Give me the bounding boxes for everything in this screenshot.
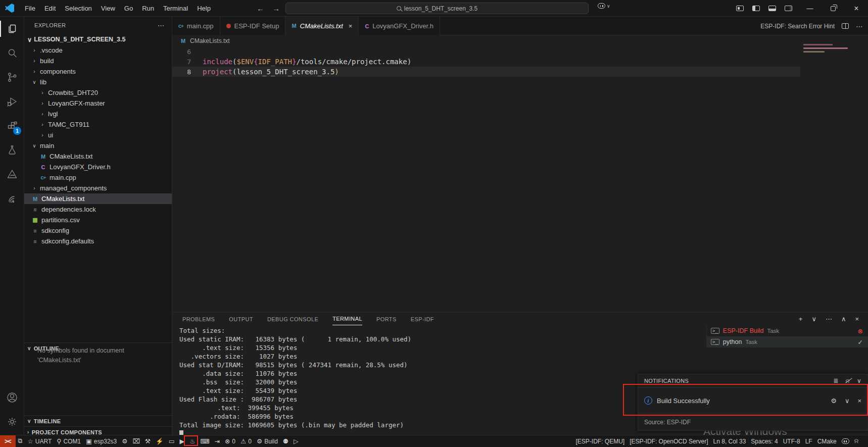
- notification-settings-icon[interactable]: ⚙: [831, 397, 837, 405]
- toggle-primary-sidebar-icon[interactable]: [752, 6, 760, 11]
- eol[interactable]: LF: [803, 435, 815, 447]
- menu-view[interactable]: View: [97, 0, 120, 17]
- more-actions-icon[interactable]: ⋯: [826, 315, 832, 323]
- extensions-icon[interactable]: 1: [0, 114, 24, 138]
- sdk-configuration[interactable]: ⚙: [119, 435, 130, 447]
- tree-item-sdkconfig[interactable]: ≡sdkconfig: [24, 225, 172, 236]
- run-idf[interactable]: ⇥: [212, 435, 222, 447]
- close-panel-icon[interactable]: ×: [855, 315, 859, 323]
- tree-item-tamc-gt911[interactable]: ›TAMC_GT911: [24, 119, 172, 130]
- tree-item-main-cpp[interactable]: C+main.cpp: [24, 172, 172, 183]
- new-terminal-icon[interactable]: +: [799, 315, 803, 323]
- tree-item-cmakelists-txt[interactable]: MCMakeLists.txt: [24, 193, 172, 204]
- tree-item-build[interactable]: ›build: [24, 56, 172, 66]
- panel-tab-ports[interactable]: PORTS: [376, 313, 397, 325]
- copilot-menu[interactable]: ∨: [598, 3, 610, 9]
- tree-item-lovyangfx-driver-h[interactable]: CLovyanGFX_Driver.h: [24, 162, 172, 172]
- clear-all-icon[interactable]: ≣: [833, 377, 838, 384]
- device-target[interactable]: ▣esp32s3: [83, 435, 119, 447]
- menu-run[interactable]: Run: [137, 0, 159, 17]
- tab-cmakelists-txt[interactable]: MCMakeLists.txt×: [285, 17, 359, 35]
- split-editor-icon[interactable]: [842, 23, 849, 29]
- source-control-icon[interactable]: [0, 65, 24, 89]
- panel-tab-terminal[interactable]: TERMINAL: [332, 313, 362, 325]
- menu-file[interactable]: File: [20, 0, 40, 17]
- timeline-section-header[interactable]: ∨ TIMELINE: [24, 415, 172, 426]
- debug-launch[interactable]: ⚉: [280, 435, 291, 447]
- editor-more-actions-icon[interactable]: ⋯: [856, 22, 863, 30]
- customize-layout-icon[interactable]: [736, 6, 744, 11]
- toggle-panel-icon[interactable]: [768, 6, 776, 11]
- do-not-disturb-icon[interactable]: ⍾: [846, 377, 850, 384]
- menu-help[interactable]: Help: [192, 0, 215, 17]
- testing-icon[interactable]: [0, 138, 24, 162]
- monitor-device[interactable]: ▭: [166, 435, 177, 447]
- copilot[interactable]: [839, 435, 852, 447]
- tree-item-sdkconfig-defaults[interactable]: ≡sdkconfig.defaults: [24, 236, 172, 246]
- encoding[interactable]: UTF-8: [781, 435, 803, 447]
- tree-item-crowbits-dht20[interactable]: ›Crowbits_DHT20: [24, 87, 172, 98]
- project-components-section-header[interactable]: › PROJECT COMPONENTS: [24, 426, 172, 435]
- tree-item-cmakelists-txt[interactable]: MCMakeLists.txt: [24, 151, 172, 162]
- run-and-debug-icon[interactable]: [0, 89, 24, 114]
- panel-tab-problems[interactable]: PROBLEMS: [182, 313, 215, 325]
- indentation[interactable]: Spaces: 4: [748, 435, 780, 447]
- accounts-icon[interactable]: [0, 385, 24, 410]
- tree-item-lvgl[interactable]: ›lvgl: [24, 109, 172, 119]
- tree-item-managed-components[interactable]: ›managed_components: [24, 183, 172, 193]
- warnings-count[interactable]: ⚠0: [238, 435, 254, 447]
- close-button[interactable]: ×: [845, 0, 868, 17]
- tab-esp-idf-setup[interactable]: ESP-IDF Setup: [220, 17, 286, 35]
- build-flash-monitor[interactable]: ▶: [177, 435, 187, 447]
- remote-indicator[interactable]: ><: [0, 435, 16, 447]
- espressif-idf-icon[interactable]: [0, 186, 24, 211]
- terminal-instance-esp-idf-build[interactable]: >_ESP-IDF BuildTask⊗: [707, 325, 868, 336]
- tree-item-lib[interactable]: ∨lib: [24, 77, 172, 87]
- notifications-bell[interactable]: ⍾: [852, 435, 861, 447]
- tree-item-ui[interactable]: ›ui: [24, 130, 172, 140]
- uart-connection[interactable]: ☆UART: [25, 435, 55, 447]
- language-mode[interactable]: CMake: [815, 435, 839, 447]
- expand-notification-icon[interactable]: ∨: [845, 397, 850, 405]
- go-back-icon[interactable]: ←: [257, 4, 264, 13]
- esp-idf-search-error-hint[interactable]: ESP-IDF: Search Error Hint: [760, 23, 835, 30]
- esp-idf-new-project[interactable]: ⧉: [16, 435, 25, 447]
- search-icon[interactable]: [0, 41, 24, 65]
- panel-tab-output[interactable]: OUTPUT: [229, 313, 253, 325]
- run-task[interactable]: ▷: [291, 435, 301, 447]
- panel-tab-esp-idf[interactable]: ESP-IDF: [411, 313, 434, 325]
- esp-idf-qemu[interactable]: [ESP-IDF: QEMU]: [573, 435, 628, 447]
- menu-selection[interactable]: Selection: [60, 0, 96, 17]
- cursor-position[interactable]: Ln 8, Col 33: [711, 435, 749, 447]
- close-tab-icon[interactable]: ×: [349, 22, 353, 30]
- tree-item--vscode[interactable]: ›.vscode: [24, 45, 172, 56]
- launch-profile-chevron-icon[interactable]: ∨: [811, 315, 816, 323]
- breadcrumb[interactable]: M CMakeLists.txt: [179, 35, 230, 46]
- cmake-build[interactable]: ⚙Build: [254, 435, 280, 447]
- explorer-icon[interactable]: [0, 17, 24, 41]
- restore-button[interactable]: [822, 0, 845, 17]
- close-notification-icon[interactable]: ×: [857, 397, 861, 405]
- menu-go[interactable]: Go: [120, 0, 137, 17]
- errors-count[interactable]: ⊗0: [222, 435, 238, 447]
- tab-lovyangfx-driver-h[interactable]: CLovyanGFX_Driver.h: [359, 17, 440, 35]
- panel-tab-debug-console[interactable]: DEBUG CONSOLE: [267, 313, 318, 325]
- tree-item-main[interactable]: ∨main: [24, 140, 172, 151]
- build-project[interactable]: ⚒: [142, 435, 153, 447]
- serial-port[interactable]: ⚲COM1: [54, 435, 83, 447]
- maximize-panel-icon[interactable]: ∧: [841, 315, 846, 323]
- code-area[interactable]: 67include($ENV{IDF_PATH}/tools/cmake/pro…: [172, 46, 868, 77]
- go-forward-icon[interactable]: →: [272, 4, 280, 13]
- explorer-more-actions-icon[interactable]: ⋯: [158, 21, 165, 29]
- menu-terminal[interactable]: Terminal: [159, 0, 192, 17]
- full-clean[interactable]: ⌧: [130, 435, 142, 447]
- espressif-rainmaker-icon[interactable]: [0, 162, 24, 186]
- flash-device[interactable]: ⚡: [153, 435, 166, 447]
- command-center-search[interactable]: lesson_5_DHT_screen_3.5: [285, 3, 589, 14]
- notification-toast[interactable]: i Build Successfully ⚙∨×: [638, 387, 867, 414]
- tree-item-components[interactable]: ›components: [24, 66, 172, 77]
- hide-notifications-icon[interactable]: ∨: [857, 377, 861, 384]
- open-terminal[interactable]: ⌨: [198, 435, 212, 447]
- toggle-secondary-sidebar-icon[interactable]: [785, 6, 792, 11]
- tree-item-lovyangfx-master[interactable]: ›LovyanGFX-master: [24, 98, 172, 109]
